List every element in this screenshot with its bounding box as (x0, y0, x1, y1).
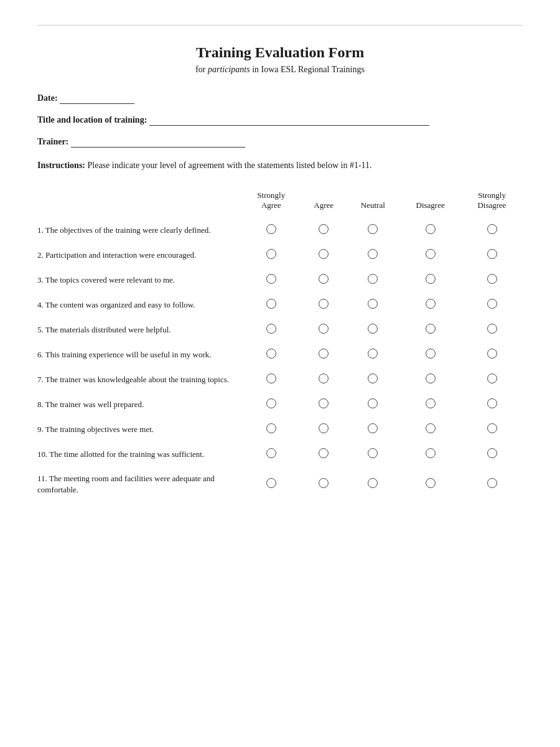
radio-q4-strongly-agree[interactable] (241, 293, 301, 317)
radio-q3-strongly-agree[interactable] (241, 268, 301, 293)
radio-circle-q4-strongly-disagree[interactable] (487, 299, 497, 309)
radio-q7-agree[interactable] (301, 367, 347, 392)
radio-q1-disagree[interactable] (399, 218, 461, 243)
radio-q9-strongly-disagree[interactable] (461, 417, 523, 442)
radio-q10-neutral[interactable] (346, 442, 399, 467)
radio-q1-neutral[interactable] (346, 218, 399, 243)
radio-q3-agree[interactable] (301, 268, 347, 293)
radio-circle-q6-disagree[interactable] (426, 349, 436, 359)
radio-q5-strongly-disagree[interactable] (461, 317, 523, 342)
radio-q11-neutral[interactable] (346, 467, 399, 502)
radio-circle-q8-strongly-agree[interactable] (266, 398, 276, 408)
radio-q7-neutral[interactable] (346, 367, 399, 392)
radio-q2-agree[interactable] (301, 243, 347, 268)
radio-circle-q3-neutral[interactable] (368, 274, 378, 284)
radio-circle-q11-strongly-agree[interactable] (266, 478, 276, 488)
radio-q6-agree[interactable] (301, 342, 347, 367)
radio-circle-q1-agree[interactable] (319, 224, 329, 234)
radio-q11-strongly-agree[interactable] (241, 467, 301, 502)
radio-circle-q9-neutral[interactable] (368, 423, 378, 433)
radio-circle-q9-strongly-disagree[interactable] (487, 423, 497, 433)
radio-circle-q8-agree[interactable] (319, 398, 329, 408)
radio-circle-q3-agree[interactable] (319, 274, 329, 284)
radio-q8-agree[interactable] (301, 392, 347, 417)
radio-circle-q10-strongly-disagree[interactable] (487, 448, 497, 458)
radio-circle-q6-agree[interactable] (319, 349, 329, 359)
radio-circle-q11-disagree[interactable] (426, 478, 436, 488)
radio-q7-disagree[interactable] (399, 367, 461, 392)
radio-q2-disagree[interactable] (399, 243, 461, 268)
radio-q10-strongly-disagree[interactable] (461, 442, 523, 467)
radio-circle-q9-strongly-agree[interactable] (266, 423, 276, 433)
radio-q5-disagree[interactable] (399, 317, 461, 342)
radio-q11-disagree[interactable] (399, 467, 461, 502)
radio-circle-q5-neutral[interactable] (368, 324, 378, 334)
radio-circle-q11-agree[interactable] (319, 478, 329, 488)
radio-circle-q4-strongly-agree[interactable] (266, 299, 276, 309)
radio-circle-q1-strongly-disagree[interactable] (487, 224, 497, 234)
radio-q9-neutral[interactable] (346, 417, 399, 442)
radio-circle-q7-neutral[interactable] (368, 374, 378, 383)
radio-q11-agree[interactable] (301, 467, 347, 502)
radio-q4-disagree[interactable] (399, 293, 461, 317)
radio-circle-q6-strongly-agree[interactable] (266, 349, 276, 359)
radio-circle-q11-strongly-disagree[interactable] (487, 478, 497, 488)
radio-circle-q1-disagree[interactable] (426, 224, 436, 234)
radio-circle-q3-strongly-disagree[interactable] (487, 274, 497, 284)
radio-circle-q7-strongly-agree[interactable] (266, 374, 276, 383)
radio-q1-strongly-agree[interactable] (241, 218, 301, 243)
radio-circle-q4-disagree[interactable] (426, 299, 436, 309)
radio-q8-strongly-agree[interactable] (241, 392, 301, 417)
radio-q1-agree[interactable] (301, 218, 347, 243)
radio-circle-q3-strongly-agree[interactable] (266, 274, 276, 284)
radio-circle-q2-disagree[interactable] (426, 249, 436, 259)
radio-circle-q6-strongly-disagree[interactable] (487, 349, 497, 359)
radio-q3-strongly-disagree[interactable] (461, 268, 523, 293)
radio-circle-q8-strongly-disagree[interactable] (487, 398, 497, 408)
radio-q8-neutral[interactable] (346, 392, 399, 417)
radio-circle-q3-disagree[interactable] (426, 274, 436, 284)
radio-circle-q5-strongly-agree[interactable] (266, 324, 276, 334)
radio-q11-strongly-disagree[interactable] (461, 467, 523, 502)
radio-circle-q2-neutral[interactable] (368, 249, 378, 259)
radio-circle-q9-agree[interactable] (319, 423, 329, 433)
radio-q8-disagree[interactable] (399, 392, 461, 417)
radio-circle-q10-strongly-agree[interactable] (266, 448, 276, 458)
radio-circle-q4-neutral[interactable] (368, 299, 378, 309)
radio-q6-neutral[interactable] (346, 342, 399, 367)
radio-q2-strongly-disagree[interactable] (461, 243, 523, 268)
radio-q7-strongly-disagree[interactable] (461, 367, 523, 392)
radio-q2-strongly-agree[interactable] (241, 243, 301, 268)
radio-circle-q2-strongly-disagree[interactable] (487, 249, 497, 259)
radio-q5-agree[interactable] (301, 317, 347, 342)
radio-circle-q10-disagree[interactable] (426, 448, 436, 458)
radio-q4-neutral[interactable] (346, 293, 399, 317)
radio-q3-disagree[interactable] (399, 268, 461, 293)
radio-circle-q2-agree[interactable] (319, 249, 329, 259)
radio-circle-q6-neutral[interactable] (368, 349, 378, 359)
radio-circle-q11-neutral[interactable] (368, 478, 378, 488)
radio-q5-neutral[interactable] (346, 317, 399, 342)
radio-circle-q8-disagree[interactable] (426, 398, 436, 408)
radio-circle-q7-disagree[interactable] (426, 374, 436, 383)
radio-q4-strongly-disagree[interactable] (461, 293, 523, 317)
radio-q8-strongly-disagree[interactable] (461, 392, 523, 417)
radio-q10-agree[interactable] (301, 442, 347, 467)
radio-circle-q1-strongly-agree[interactable] (266, 224, 276, 234)
radio-circle-q7-strongly-disagree[interactable] (487, 374, 497, 383)
radio-circle-q5-agree[interactable] (319, 324, 329, 334)
radio-q6-disagree[interactable] (399, 342, 461, 367)
radio-q6-strongly-disagree[interactable] (461, 342, 523, 367)
radio-q6-strongly-agree[interactable] (241, 342, 301, 367)
radio-circle-q7-agree[interactable] (319, 374, 329, 383)
radio-q7-strongly-agree[interactable] (241, 367, 301, 392)
radio-circle-q5-disagree[interactable] (426, 324, 436, 334)
radio-circle-q2-strongly-agree[interactable] (266, 249, 276, 259)
radio-circle-q5-strongly-disagree[interactable] (487, 324, 497, 334)
radio-circle-q4-agree[interactable] (319, 299, 329, 309)
radio-q5-strongly-agree[interactable] (241, 317, 301, 342)
radio-q10-strongly-agree[interactable] (241, 442, 301, 467)
radio-q9-strongly-agree[interactable] (241, 417, 301, 442)
radio-q9-disagree[interactable] (399, 417, 461, 442)
radio-circle-q9-disagree[interactable] (426, 423, 436, 433)
